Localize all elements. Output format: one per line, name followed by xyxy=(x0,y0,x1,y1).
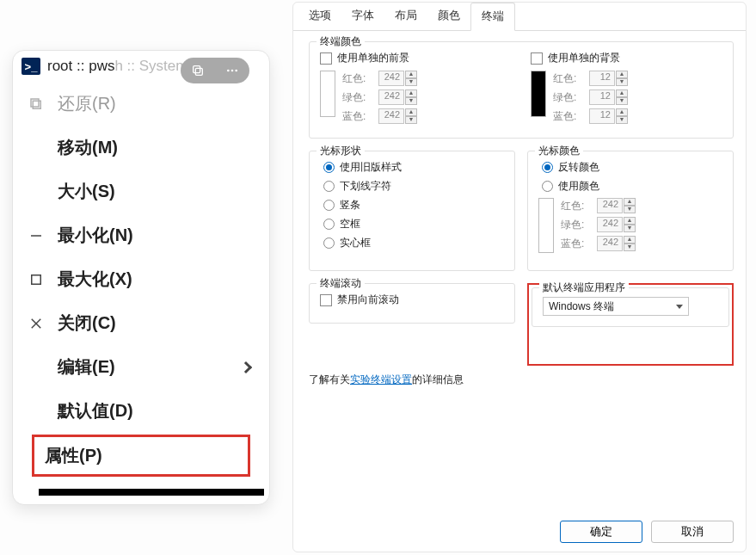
cursor-color-inverse-radio[interactable]: 反转颜色 xyxy=(538,160,722,175)
context-menu-card: >_ root :: pwsh :: System3 还原(R) 移动(M) 大… xyxy=(12,50,270,505)
menu-properties-label: 属性(P) xyxy=(45,446,102,465)
menu-minimize[interactable]: 最小化(N) xyxy=(13,213,269,257)
cancel-button[interactable]: 取消 xyxy=(651,521,734,543)
experimental-settings-link[interactable]: 实验终端设置 xyxy=(350,373,412,385)
fg-use-separate-checkbox[interactable]: 使用单独的前景 xyxy=(320,51,512,65)
more-icon xyxy=(225,64,239,77)
svg-rect-5 xyxy=(33,101,40,108)
bg-blue-label: 蓝色: xyxy=(553,109,582,124)
spinner-icon[interactable]: ▲▼ xyxy=(616,89,628,105)
bg-red-field[interactable]: 12▲▼ xyxy=(589,71,628,86)
menu-move-label: 移动(M) xyxy=(58,136,257,159)
menu-close-label: 关闭(C) xyxy=(58,311,257,335)
radio-icon xyxy=(323,219,335,230)
menu-edit-label: 编辑(E) xyxy=(58,355,242,379)
tab-terminal[interactable]: 终端 xyxy=(470,3,515,31)
checkbox-icon xyxy=(320,294,332,306)
menu-size[interactable]: 大小(S) xyxy=(13,170,269,213)
menu-minimize-label: 最小化(N) xyxy=(58,224,257,247)
menu-size-label: 大小(S) xyxy=(58,180,257,203)
bg-column: 使用单独的背景 红色: 12▲▼ 绿色: 12▲▼ xyxy=(531,51,722,127)
spinner-icon[interactable]: ▲▼ xyxy=(624,198,636,213)
tab-font[interactable]: 字体 xyxy=(341,3,384,30)
spinner-icon[interactable]: ▲▼ xyxy=(405,71,417,86)
cursor-red-label: 红色: xyxy=(561,199,590,213)
menu-properties-highlighted[interactable]: 属性(P) xyxy=(32,435,250,477)
spinner-icon[interactable]: ▲▼ xyxy=(624,236,636,251)
group-cursor-color-legend: 光标颜色 xyxy=(535,144,583,158)
menu-maximize-label: 最大化(X) xyxy=(58,268,257,291)
radio-icon xyxy=(323,200,335,211)
screenshot-overlay-pill[interactable] xyxy=(181,58,249,83)
radio-icon xyxy=(542,162,553,173)
group-terminal-colors: 终端颜色 使用单独的前景 红色: 242▲▼ xyxy=(309,41,734,139)
spinner-icon[interactable]: ▲▼ xyxy=(405,108,417,124)
svg-point-3 xyxy=(231,70,234,72)
tab-options[interactable]: 选项 xyxy=(298,3,341,30)
ok-button[interactable]: 确定 xyxy=(560,521,642,543)
cursor-green-field[interactable]: 242▲▼ xyxy=(597,217,636,232)
default-terminal-select[interactable]: Windows 终端 xyxy=(543,297,689,316)
checkbox-icon xyxy=(531,52,543,65)
cursor-shape-legacy-radio[interactable]: 使用旧版样式 xyxy=(320,160,504,175)
menu-move[interactable]: 移动(M) xyxy=(13,126,269,170)
cursor-shape-vbar-radio[interactable]: 竖条 xyxy=(320,198,504,213)
menu-maximize[interactable]: 最大化(X) xyxy=(13,257,269,301)
group-default-terminal-legend: 默认终端应用程序 xyxy=(539,281,629,295)
spinner-icon[interactable]: ▲▼ xyxy=(616,108,628,124)
cursor-red-field[interactable]: 242▲▼ xyxy=(597,198,636,213)
group-cursor-shape-legend: 光标形状 xyxy=(317,144,365,158)
fg-column: 使用单独的前景 红色: 242▲▼ 绿色: 242▲▼ xyxy=(320,51,512,127)
tab-layout[interactable]: 布局 xyxy=(384,3,427,30)
bg-green-field[interactable]: 12▲▼ xyxy=(589,89,628,105)
default-terminal-value: Windows 终端 xyxy=(549,299,614,314)
default-terminal-highlighted: 默认终端应用程序 Windows 终端 xyxy=(527,283,734,366)
bg-use-separate-checkbox[interactable]: 使用单独的背景 xyxy=(531,51,722,65)
cursor-shape-underline-radio[interactable]: 下划线字符 xyxy=(320,179,504,194)
fg-color-swatch xyxy=(320,71,335,117)
fg-red-label: 红色: xyxy=(342,71,372,86)
disable-forward-scroll-checkbox[interactable]: 禁用向前滚动 xyxy=(320,293,504,307)
menu-defaults-label: 默认值(D) xyxy=(58,399,257,422)
menu-defaults[interactable]: 默认值(D) xyxy=(13,389,269,433)
window-title-row: >_ root :: pwsh :: System3 xyxy=(13,51,269,82)
fg-green-label: 绿色: xyxy=(342,90,372,105)
menu-close[interactable]: 关闭(C) xyxy=(13,301,269,345)
copy-icon xyxy=(191,64,205,77)
cursor-shape-emptybox-radio[interactable]: 空框 xyxy=(320,217,504,231)
bg-blue-field[interactable]: 12▲▼ xyxy=(589,108,628,124)
powershell-icon: >_ xyxy=(22,58,40,75)
menu-restore[interactable]: 还原(R) xyxy=(13,82,269,126)
cursor-color-swatch xyxy=(538,198,554,253)
group-default-terminal: 默认终端应用程序 Windows 终端 xyxy=(532,287,729,327)
checkbox-icon xyxy=(320,52,332,65)
chevron-right-icon xyxy=(240,361,252,373)
chevron-down-icon xyxy=(676,305,683,309)
menu-restore-label: 还原(R) xyxy=(58,92,257,115)
cursor-shape-solidbox-radio[interactable]: 实心框 xyxy=(320,236,504,250)
window-title: root :: pws xyxy=(47,58,114,75)
fg-blue-label: 蓝色: xyxy=(342,109,372,124)
terminal-tab-body: 终端颜色 使用单独的前景 红色: 242▲▼ xyxy=(293,31,746,398)
cursor-green-label: 绿色: xyxy=(561,218,590,232)
spinner-icon[interactable]: ▲▼ xyxy=(405,89,417,105)
menu-edit[interactable]: 编辑(E) xyxy=(13,345,269,389)
svg-rect-0 xyxy=(195,68,202,75)
svg-rect-6 xyxy=(31,99,39,107)
properties-dialog: 选项 字体 布局 颜色 终端 终端颜色 使用单独的前景 红 xyxy=(292,2,747,552)
group-cursor-shape: 光标形状 使用旧版样式 下划线字符 竖条 空框 实心框 xyxy=(309,151,515,271)
svg-rect-1 xyxy=(194,66,200,73)
spinner-icon[interactable]: ▲▼ xyxy=(624,217,636,232)
spinner-icon[interactable]: ▲▼ xyxy=(616,71,628,86)
group-terminal-scroll: 终端滚动 禁用向前滚动 xyxy=(309,283,515,324)
window-content-strip xyxy=(39,489,264,496)
fg-red-field[interactable]: 242▲▼ xyxy=(378,71,417,86)
fg-green-field[interactable]: 242▲▼ xyxy=(378,89,417,105)
tab-color[interactable]: 颜色 xyxy=(427,3,470,30)
fg-blue-field[interactable]: 242▲▼ xyxy=(378,108,417,124)
svg-point-2 xyxy=(227,70,230,72)
cursor-blue-field[interactable]: 242▲▼ xyxy=(597,236,636,251)
cursor-color-usecolor-radio[interactable]: 使用颜色 xyxy=(538,179,722,194)
bg-red-label: 红色: xyxy=(553,71,582,86)
minimize-icon xyxy=(28,228,58,244)
